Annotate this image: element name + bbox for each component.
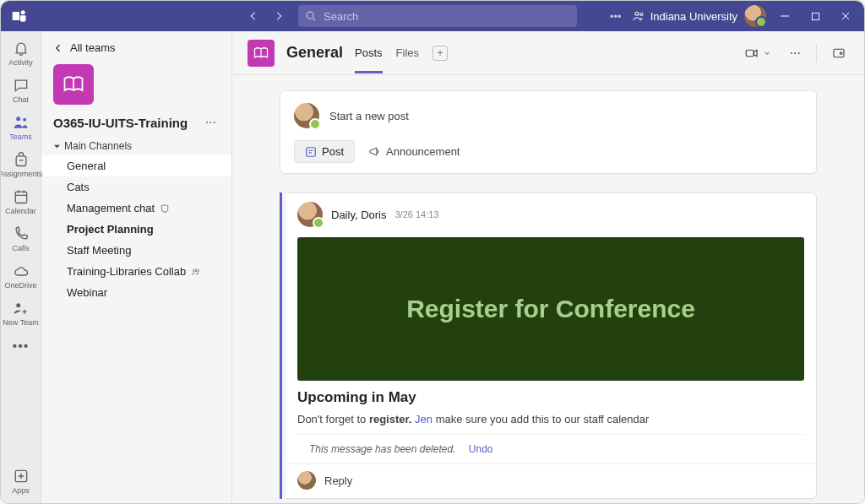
- composer-prompt[interactable]: Start a new post: [329, 110, 409, 122]
- channel-label: Training-Libraries Collab: [67, 265, 186, 278]
- team-tile-icon: [53, 64, 94, 105]
- nav-back-button[interactable]: [242, 5, 264, 27]
- rail-label: Calendar: [5, 207, 36, 215]
- rail-label: Calls: [12, 244, 29, 252]
- chevron-down-icon: [763, 49, 771, 57]
- calendar-icon: [13, 188, 30, 205]
- rail-calls[interactable]: Calls: [1, 220, 41, 257]
- author-avatar[interactable]: [297, 202, 323, 227]
- channel-label: Staff Meeting: [67, 244, 131, 257]
- svg-point-12: [193, 269, 196, 272]
- window-close-button[interactable]: [834, 4, 857, 28]
- rail-label: New Team: [3, 318, 38, 327]
- rail-label: Apps: [12, 486, 30, 495]
- svg-point-4: [639, 13, 642, 15]
- search-icon: [305, 10, 317, 22]
- message-item: Daily, Doris 3/26 14:13 Register for Con…: [280, 192, 817, 499]
- deleted-reply-notice: This message has been deleted. Undo: [297, 434, 804, 463]
- shield-icon: [160, 203, 170, 214]
- megaphone-icon: [368, 145, 381, 158]
- undo-delete-button[interactable]: Undo: [469, 443, 493, 455]
- window-maximize-button[interactable]: [803, 4, 827, 28]
- title-bar: Search ••• Indiana University: [1, 1, 864, 31]
- open-pane-button[interactable]: [829, 45, 849, 62]
- org-name: Indiana University: [650, 10, 737, 23]
- search-placeholder: Search: [324, 10, 358, 23]
- rail-assignments[interactable]: Assignments: [1, 146, 41, 183]
- video-icon: [744, 46, 759, 61]
- rail-label: Teams: [9, 133, 32, 141]
- rail-teams[interactable]: Teams: [1, 109, 41, 146]
- caret-down-icon: [53, 143, 61, 150]
- message-author[interactable]: Daily, Doris: [331, 209, 387, 221]
- message-body: Don't forget to register. Jen make sure …: [286, 413, 816, 434]
- rail-apps[interactable]: Apps: [1, 463, 41, 500]
- rail-activity[interactable]: Activity: [1, 35, 41, 72]
- rail-label: Activity: [8, 58, 33, 67]
- tab-files[interactable]: Files: [396, 33, 419, 73]
- reply-input[interactable]: Reply: [286, 463, 816, 493]
- message-timestamp: 3/26 14:13: [395, 209, 439, 219]
- user-avatar[interactable]: [744, 5, 766, 27]
- tab-posts[interactable]: Posts: [355, 33, 383, 73]
- channel-item[interactable]: Management chat: [41, 198, 231, 219]
- backpack-icon: [13, 151, 30, 168]
- people-add-icon: [13, 300, 30, 317]
- team-more-button[interactable]: ···: [202, 113, 220, 132]
- channel-group-toggle[interactable]: Main Channels: [41, 137, 231, 155]
- rail-chat[interactable]: Chat: [1, 72, 41, 109]
- channel-label: Cats: [67, 181, 90, 193]
- add-tab-button[interactable]: ＋: [432, 46, 448, 61]
- book-icon: [62, 73, 85, 96]
- channel-main: General Posts Files ＋ ···: [232, 31, 864, 504]
- svg-point-6: [16, 117, 20, 121]
- phone-icon: [13, 225, 30, 242]
- channel-title: General: [286, 44, 343, 62]
- channel-item[interactable]: Staff Meeting: [41, 240, 231, 261]
- channel-label: Webinar: [67, 286, 107, 299]
- mention[interactable]: Jen: [415, 413, 432, 425]
- rail-calendar[interactable]: Calendar: [1, 183, 41, 220]
- nav-forward-button[interactable]: [268, 5, 290, 27]
- user-avatar: [297, 471, 316, 490]
- channel-tile-icon: [248, 40, 275, 67]
- svg-rect-9: [15, 192, 26, 203]
- rail-label: Assignments: [0, 170, 42, 178]
- note-icon: [305, 146, 317, 158]
- announcement-label: Announcement: [386, 145, 460, 158]
- announcement-type-button[interactable]: Announcement: [365, 141, 463, 162]
- svg-point-13: [197, 269, 199, 272]
- channel-tabs: Posts Files ＋: [355, 33, 448, 73]
- channel-item[interactable]: Training-Libraries Collab: [41, 261, 231, 282]
- svg-rect-0: [13, 12, 19, 20]
- banner-title: Register for Conference: [406, 295, 695, 323]
- channel-item[interactable]: Cats: [41, 176, 231, 198]
- svg-rect-14: [746, 50, 753, 57]
- svg-rect-5: [812, 13, 819, 19]
- rail-onedrive[interactable]: OneDrive: [1, 257, 41, 295]
- org-switcher[interactable]: Indiana University: [632, 9, 737, 23]
- channel-item[interactable]: Webinar: [41, 282, 231, 303]
- channel-item[interactable]: Project Planning: [41, 219, 231, 240]
- channel-label: General: [67, 160, 106, 172]
- meet-button[interactable]: [741, 44, 775, 62]
- search-input[interactable]: Search: [298, 5, 577, 27]
- post-type-button[interactable]: Post: [294, 140, 355, 163]
- message-feed: Start a new post Post Announcement: [232, 75, 864, 504]
- channel-item[interactable]: General: [41, 155, 231, 176]
- user-avatar: [294, 103, 319, 128]
- window-minimize-button[interactable]: [773, 4, 797, 28]
- titlebar-more-button[interactable]: •••: [607, 10, 625, 23]
- chevron-left-icon: [53, 43, 63, 53]
- svg-point-16: [840, 51, 842, 54]
- apps-icon: [13, 468, 30, 485]
- svg-point-7: [23, 118, 26, 122]
- channel-more-button[interactable]: ···: [786, 44, 804, 62]
- back-to-teams-button[interactable]: All teams: [41, 31, 231, 64]
- chat-icon: [13, 77, 30, 94]
- svg-point-10: [16, 303, 20, 307]
- reply-label: Reply: [324, 474, 352, 487]
- rail-more-button[interactable]: •••: [1, 332, 41, 360]
- channel-panel: All teams O365-IU-UITS-Training ··· Main…: [41, 31, 232, 504]
- rail-new-team[interactable]: New Team: [1, 295, 41, 332]
